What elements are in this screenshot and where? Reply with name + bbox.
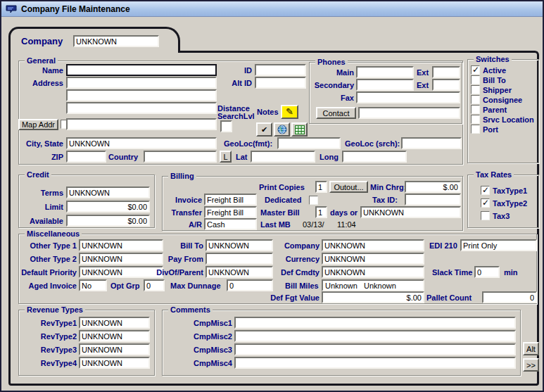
title-bar[interactable]: Company File Maintenance <box>1 1 543 17</box>
phone-main-input[interactable] <box>356 66 414 78</box>
output-button[interactable]: Outout... <box>329 181 368 193</box>
days-or-input[interactable] <box>360 206 461 218</box>
def-cmdty-label: Def Cmdty <box>276 268 320 277</box>
print-copies-input[interactable] <box>315 181 327 193</box>
locate-button[interactable]: L <box>220 151 232 163</box>
def-fgt-value-label: Def Fgt Value <box>255 293 320 302</box>
phone-main-ext-input[interactable] <box>432 66 460 78</box>
address-input-1[interactable] <box>66 77 217 89</box>
phone-secondary-input[interactable] <box>356 79 414 91</box>
revtype1-input[interactable] <box>79 317 150 329</box>
cmpmisc1-input[interactable] <box>234 317 516 329</box>
note-edit-icon: ✎ <box>286 108 293 116</box>
more-button[interactable]: >> <box>523 358 539 372</box>
id-input[interactable] <box>255 64 306 76</box>
edi-210-input[interactable] <box>460 239 537 251</box>
transfer-input[interactable] <box>204 206 257 218</box>
tax-id-input[interactable] <box>405 194 461 206</box>
city-state-input[interactable] <box>66 137 217 149</box>
pallet-count-input[interactable] <box>482 291 537 303</box>
switch-bill-to-checkbox[interactable] <box>471 75 480 84</box>
company-input[interactable] <box>73 35 159 47</box>
revtype3-input[interactable] <box>79 343 150 355</box>
def-fgt-value-input[interactable] <box>322 291 424 303</box>
terms-input[interactable] <box>66 186 150 198</box>
switch-active-checkbox[interactable] <box>471 65 480 75</box>
notes-button[interactable]: ✎ <box>281 105 298 119</box>
tax3-checkbox[interactable] <box>481 211 490 220</box>
switch-consignee-checkbox[interactable] <box>471 95 480 104</box>
switch-port-checkbox[interactable] <box>471 125 480 134</box>
grid-button[interactable] <box>291 122 308 137</box>
def-cmdty-input[interactable] <box>322 266 424 278</box>
ar-input[interactable] <box>204 218 257 230</box>
cmpmisc4-label: CmpMisc4 <box>181 359 232 367</box>
aged-invoice-input[interactable] <box>79 279 107 291</box>
lat-input[interactable] <box>251 151 315 163</box>
switch-shipper-label: Shipper <box>483 86 512 94</box>
master-bill-input[interactable] <box>315 206 327 218</box>
long-input[interactable] <box>342 151 407 163</box>
zip-input[interactable] <box>66 151 106 163</box>
dedicated-checkbox[interactable] <box>309 196 318 205</box>
revtype4-input[interactable] <box>79 357 150 369</box>
switch-srvc-location-checkbox[interactable] <box>471 115 480 124</box>
slack-time-input[interactable] <box>474 266 500 278</box>
fax-label: Fax <box>322 94 354 102</box>
min-chrg-input[interactable] <box>405 181 461 193</box>
other-type-1-input[interactable] <box>79 239 163 251</box>
revtype2-input[interactable] <box>79 330 150 342</box>
map-addr-button[interactable]: Map Addr <box>18 119 58 130</box>
alt-button[interactable]: Alt <box>523 342 539 355</box>
bill-miles-display: Unknown Unknown <box>322 279 424 291</box>
geoloc-fmt-input[interactable] <box>277 137 341 149</box>
long-label: Long <box>320 153 339 161</box>
cmpmisc3-input[interactable] <box>234 343 516 355</box>
available-input[interactable] <box>66 215 150 227</box>
fax-input[interactable] <box>356 91 460 103</box>
address-input-2[interactable] <box>66 89 217 101</box>
distance-searchlvl-label-2: SearchLvl <box>217 112 255 120</box>
switch-shipper-checkbox[interactable] <box>471 85 480 94</box>
name-input[interactable] <box>66 64 217 76</box>
other-type-1-label: Other Type 1 <box>23 241 77 250</box>
address-input-4[interactable] <box>66 118 217 130</box>
opt-grp-input[interactable] <box>144 279 165 291</box>
divof-parent-input[interactable] <box>205 266 273 278</box>
alt-id-input[interactable] <box>255 77 306 89</box>
default-priority-label: Default Priority <box>15 268 77 277</box>
revtype4-label: RevType4 <box>23 359 77 367</box>
contact-input[interactable] <box>358 107 460 119</box>
taxtype2-label: TaxType2 <box>493 199 527 208</box>
currency-input[interactable] <box>322 253 424 265</box>
cmpmisc2-input[interactable] <box>234 330 516 342</box>
country-input[interactable] <box>144 151 217 163</box>
switch-parent-checkbox[interactable] <box>471 105 480 114</box>
misc-company-input[interactable] <box>322 239 424 251</box>
contact-button[interactable]: Contact <box>316 107 356 119</box>
limit-input[interactable] <box>66 201 150 213</box>
cmpmisc2-label: CmpMisc2 <box>181 332 232 341</box>
phone-secondary-ext-input[interactable] <box>432 79 460 91</box>
taxtype1-checkbox[interactable] <box>481 186 490 195</box>
misc-bill-to-input[interactable] <box>205 239 273 251</box>
address-label: Address <box>15 79 63 87</box>
transfer-label: Transfer <box>165 208 202 217</box>
map-globe-button[interactable] <box>274 122 290 137</box>
cmpmisc4-input[interactable] <box>234 357 516 369</box>
geoloc-srch-input[interactable] <box>401 137 462 149</box>
pay-from-input[interactable] <box>205 253 273 265</box>
other-type-2-input[interactable] <box>79 253 163 265</box>
taxtype2-checkbox[interactable] <box>481 198 490 208</box>
default-priority-input[interactable] <box>79 266 163 278</box>
address-input-3[interactable] <box>66 102 217 114</box>
max-dunnage-input[interactable] <box>227 279 273 291</box>
lat-label: Lat <box>236 153 248 161</box>
confirm-button[interactable]: ✔ <box>256 122 272 137</box>
misc-bill-to-label: Bill To <box>170 241 203 250</box>
city-state-label: City, State <box>11 139 63 148</box>
invoice-input[interactable] <box>204 194 257 206</box>
distance-searchlvl-input[interactable] <box>220 120 232 132</box>
bill-miles-label: Bill Miles <box>285 282 319 290</box>
terms-label: Terms <box>15 189 63 197</box>
